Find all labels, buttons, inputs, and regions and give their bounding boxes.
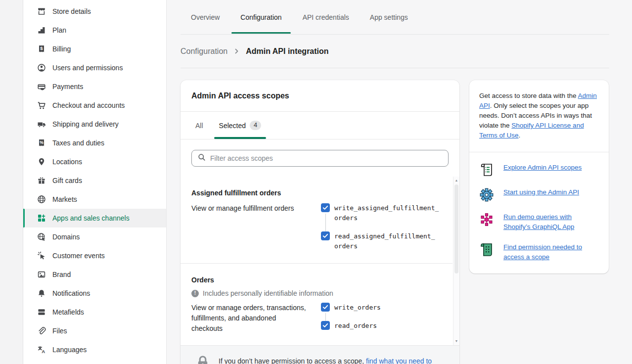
scope-checkbox-row: read_assigned_fulfillment_orders — [321, 231, 448, 251]
payments-icon — [37, 82, 46, 91]
scope-name: write_orders — [334, 303, 441, 313]
user-icon — [37, 63, 46, 73]
scope-search-box — [191, 150, 449, 167]
svg-text:$: $ — [40, 46, 43, 51]
checkbox-checked[interactable] — [321, 321, 330, 330]
sidebar-item-payments[interactable]: Payments — [23, 77, 166, 96]
scope-section-title: Orders — [191, 275, 448, 285]
sidebar-item-checkout[interactable]: Checkout and accounts — [23, 96, 166, 115]
tab-selected-scopes[interactable]: Selected 4 — [219, 112, 262, 139]
sidebar-item-label: Gift cards — [52, 177, 82, 184]
banner-text: If you don’t have permission to access a… — [219, 357, 366, 364]
settings-page: Store details Plan $ Billing Users and p… — [0, 0, 632, 364]
tab-overview[interactable]: Overview — [190, 0, 220, 34]
page-gutter — [0, 0, 23, 364]
scope-description: View or manage fulfillment orders — [191, 203, 321, 251]
explore-admin-api-scopes-link[interactable]: Explore Admin API scopes — [503, 163, 582, 173]
checkbox-checked[interactable] — [321, 303, 330, 312]
scroll-grid-icon — [479, 243, 494, 257]
scope-section-assigned-fulfillment-orders: Assigned fulfillment orders View or mana… — [181, 177, 452, 263]
sidebar-item-billing[interactable]: $ Billing — [23, 40, 166, 58]
sidebar-item-label: Files — [52, 327, 67, 335]
sidebar-item-label: Apps and sales channels — [52, 214, 130, 222]
sidebar-item-brand[interactable]: Brand — [23, 265, 166, 284]
store-icon — [37, 6, 46, 16]
scope-name: write_assigned_fulfillment_orders — [334, 203, 441, 223]
find-permission-scope-link[interactable]: Find permission needed to access a scope — [503, 242, 590, 262]
sidebar-item-taxes[interactable]: % Taxes and duties — [23, 134, 166, 152]
sidebar-item-shipping[interactable]: Shipping and delivery — [23, 115, 166, 134]
svg-text:%: % — [40, 140, 44, 145]
sidebar-item-markets[interactable]: Markets — [23, 190, 166, 209]
svg-text:A: A — [42, 349, 45, 354]
gear-icon — [479, 188, 494, 202]
sidebar-item-notifications[interactable]: Notifications — [23, 284, 166, 303]
intro-text: Get access to store data with the — [479, 92, 578, 99]
info-link-row: Explore Admin API scopes — [479, 163, 599, 177]
sidebar-item-label: Billing — [52, 45, 71, 53]
scope-section-orders: Orders ! Includes personally identifiabl… — [181, 263, 452, 345]
card-title: Admin API access scopes — [181, 80, 459, 112]
scroll-up-arrow[interactable]: ▲ — [453, 178, 459, 183]
tab-selected-label: Selected — [219, 122, 246, 130]
start-using-admin-api-link[interactable]: Start using the Admin API — [503, 187, 579, 197]
sidebar-item-label: Payments — [52, 83, 83, 91]
find-permission-link[interactable]: find what you need to — [366, 357, 432, 364]
tab-app-settings[interactable]: App settings — [369, 0, 408, 34]
run-demo-queries-link[interactable]: Run demo queries with Shopify’s GraphiQL… — [503, 212, 590, 232]
info-icon: ! — [191, 290, 199, 297]
sidebar-item-label: Store details — [52, 7, 91, 15]
permission-banner: If you don’t have permission to access a… — [181, 345, 459, 364]
sidebar-item-languages[interactable]: A Languages — [23, 340, 166, 359]
sidebar-item-label: Customer events — [52, 252, 105, 260]
gift-icon — [37, 176, 46, 185]
sidebar-item-label: Domains — [52, 233, 80, 241]
scope-name: read_orders — [334, 321, 441, 331]
tab-api-credentials[interactable]: API credentials — [302, 0, 350, 34]
sidebar-item-files[interactable]: Files — [23, 321, 166, 340]
sidebar-item-label: Notifications — [52, 289, 90, 297]
sidebar-item-customer-events[interactable]: Customer events — [23, 246, 166, 265]
sidebar-item-metafields[interactable]: Metafields — [23, 303, 166, 321]
sidebar-item-domains[interactable]: Domains — [23, 228, 166, 246]
sidebar-item-store-details[interactable]: Store details — [23, 2, 166, 21]
sidebar-item-plan[interactable]: Plan — [23, 21, 166, 40]
truck-icon — [37, 119, 46, 129]
checkbox-checked[interactable] — [321, 231, 330, 240]
cart-icon — [37, 100, 46, 110]
scrollbar[interactable]: ▲ ▼ — [453, 177, 459, 345]
sidebar-item-users[interactable]: Users and permissions — [23, 58, 166, 77]
scope-checkbox-row: write_assigned_fulfillment_orders — [321, 203, 448, 223]
tab-configuration[interactable]: Configuration — [240, 0, 282, 34]
scope-list: Assigned fulfillment orders View or mana… — [181, 177, 459, 345]
sidebar-item-locations[interactable]: Locations — [23, 152, 166, 171]
scope-checkbox-row: read_orders — [321, 321, 448, 331]
scope-name: read_assigned_fulfillment_orders — [334, 231, 441, 251]
breadcrumb-parent[interactable]: Configuration — [181, 47, 227, 56]
domains-globe-icon — [37, 232, 46, 242]
info-link-row: Start using the Admin API — [479, 187, 599, 202]
scope-search-input[interactable] — [210, 154, 442, 162]
settings-sidebar: Store details Plan $ Billing Users and p… — [23, 0, 167, 364]
intro-text: . — [519, 132, 521, 139]
sidebar-item-gift-cards[interactable]: Gift cards — [23, 171, 166, 190]
content-columns: Admin API access scopes All Selected 4 — [167, 68, 632, 364]
app-tabs: Overview Configuration API credentials A… — [181, 0, 609, 35]
scrollbar-thumb[interactable] — [454, 184, 458, 273]
sidebar-item-apps-and-sales-channels[interactable]: Apps and sales channels — [23, 209, 166, 228]
sidebar-item-label: Checkout and accounts — [52, 101, 125, 109]
permission-banner-text: If you don’t have permission to access a… — [219, 353, 432, 364]
bell-icon — [37, 288, 46, 298]
globe-icon — [37, 194, 46, 204]
breadcrumb-current: Admin API integration — [246, 47, 328, 56]
info-link-row: Find permission needed to access a scope — [479, 242, 599, 262]
pii-note: ! Includes personally identifiable infor… — [191, 288, 448, 298]
billing-icon: $ — [37, 44, 46, 54]
taxes-icon: % — [37, 138, 46, 148]
plan-icon — [37, 25, 46, 35]
customer-events-icon — [37, 251, 46, 261]
tab-all-scopes[interactable]: All — [195, 112, 203, 139]
scroll-down-arrow[interactable]: ▼ — [453, 339, 459, 344]
checkbox-checked[interactable] — [321, 203, 330, 212]
scroll-list-icon — [479, 163, 494, 177]
